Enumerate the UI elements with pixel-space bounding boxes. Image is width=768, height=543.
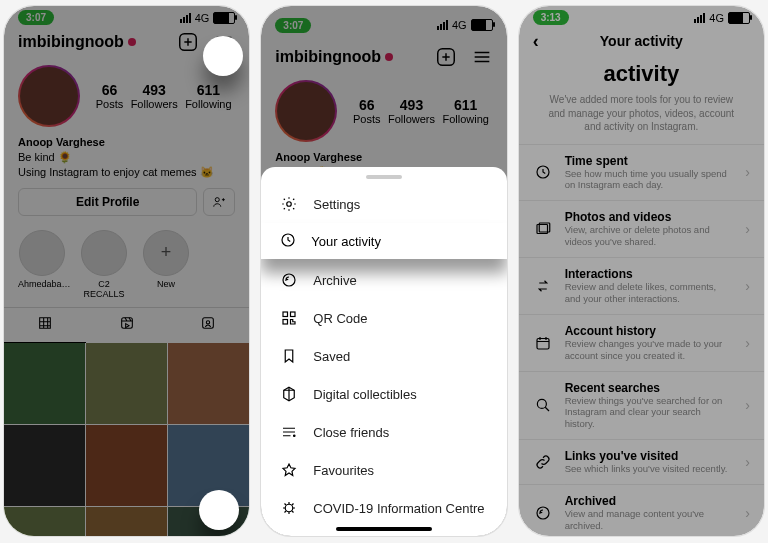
menu-item-close-friends[interactable]: Close friends xyxy=(261,413,506,451)
dim-overlay xyxy=(4,6,249,536)
svg-point-14 xyxy=(294,435,296,437)
star-icon xyxy=(279,461,299,479)
bookmark-icon xyxy=(279,347,299,365)
menu-item-bookmark[interactable]: Saved xyxy=(261,337,506,375)
svg-point-8 xyxy=(287,202,292,207)
menu-item-digital[interactable]: Digital collectibles xyxy=(261,375,506,413)
phone-your-activity: 3:13 4G ‹ Your activity activity We've a… xyxy=(519,6,764,536)
menu-item-gear[interactable]: Settings xyxy=(261,185,506,223)
covid-icon xyxy=(279,499,299,517)
menu-item-archive[interactable]: Archive xyxy=(261,261,506,299)
archive-icon xyxy=(279,271,299,289)
sheet-grabber[interactable] xyxy=(366,175,402,179)
menu-item-star[interactable]: Favourites xyxy=(261,451,506,489)
svg-rect-11 xyxy=(283,312,288,317)
digital-icon xyxy=(279,385,299,403)
phone-menu-sheet: 3:07 4G imbibingnoob 66Posts 493Follower… xyxy=(261,6,506,536)
phone-profile: 3:07 4G imbibingnoob 66Posts 493Follower… xyxy=(4,6,249,536)
svg-point-15 xyxy=(286,504,294,512)
close-friends-icon xyxy=(279,423,299,441)
svg-rect-12 xyxy=(291,312,296,317)
gear-icon xyxy=(279,195,299,213)
svg-rect-13 xyxy=(283,320,288,325)
qr-icon xyxy=(279,309,299,327)
dim-overlay xyxy=(519,6,764,536)
svg-point-10 xyxy=(283,274,295,286)
menu-item-qr[interactable]: QR Code xyxy=(261,299,506,337)
menu-item-covid[interactable]: COVID-19 Information Centre xyxy=(261,489,506,527)
activity-icon xyxy=(279,233,299,251)
menu-sheet: SettingsYour activityArchiveQR CodeSaved… xyxy=(261,167,506,536)
menu-item-activity[interactable]: Your activity xyxy=(261,223,506,261)
